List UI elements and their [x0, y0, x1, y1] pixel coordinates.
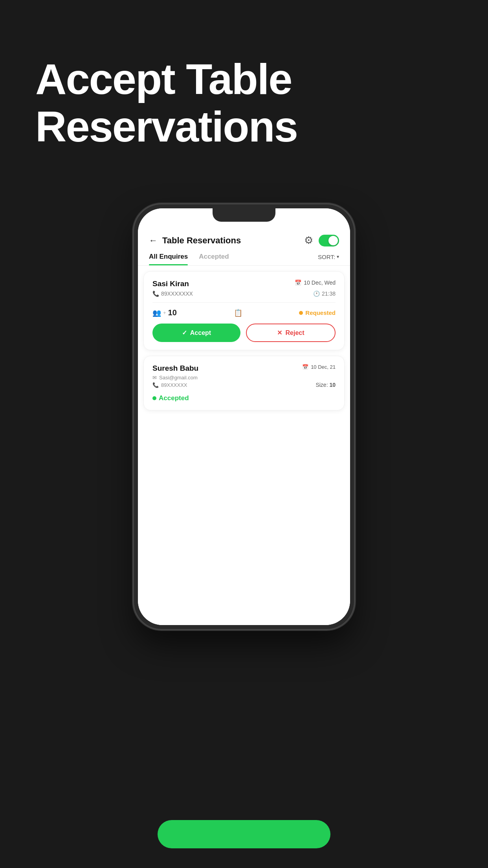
tab-all-enquires[interactable]: All Enquires [149, 253, 188, 265]
accept-button[interactable]: ✓ Accept [152, 324, 240, 342]
note-icon-1: 📋 [234, 309, 242, 317]
gear-icon[interactable]: ⚙ [304, 234, 313, 246]
time-info-1: 🕐 21:38 [313, 291, 336, 297]
guests-icon-1: 👥 [152, 309, 161, 317]
sort-button[interactable]: SORT: ▾ [318, 254, 339, 265]
back-button[interactable]: ← [149, 235, 158, 246]
status-dot-2 [152, 396, 156, 400]
email-icon-2: ✉ [152, 375, 157, 381]
phone-icon-1: 📞 [152, 291, 159, 297]
reject-button[interactable]: ✕ Reject [246, 324, 336, 342]
tab-accepted[interactable]: Accepted [199, 253, 229, 265]
cards-container: Sasi Kiran 📅 10 Dec, Wed 📞 89XXXXXXX 🕐 [138, 266, 350, 608]
check-icon: ✓ [182, 329, 187, 337]
phone-screen: ← Table Reservations ⚙ All Enquires Acce… [138, 208, 350, 625]
enable-toggle[interactable] [319, 235, 339, 246]
size-info-2: Size: 10 [302, 382, 336, 388]
status-text-1: Requested [305, 309, 336, 316]
phone-icon-2: 📞 [152, 382, 159, 388]
status-badge-2: Accepted [152, 394, 336, 402]
reservation-card-2: Suresh Babu ✉ Sasi@gmail.com 📞 89XXXXXX [143, 356, 345, 410]
notch [213, 208, 275, 222]
calendar-icon-1: 📅 [295, 280, 301, 286]
customer-name-2: Suresh Babu [152, 364, 198, 373]
phone-info-1: 📞 89XXXXXXX [152, 291, 193, 297]
hero-heading: Accept Table Reservations [35, 55, 453, 150]
phone-info-2: 📞 89XXXXXX [152, 382, 198, 388]
calendar-icon-2: 📅 [302, 364, 308, 370]
guests-info-1: 👥 + 10 [152, 308, 177, 317]
bottom-bar [138, 598, 350, 625]
date-info-1: 📅 10 Dec, Wed [295, 280, 336, 286]
clock-icon-1: 🕐 [313, 291, 320, 297]
date-info-2: 📅 10 Dec, 21 [302, 364, 336, 370]
x-icon: ✕ [277, 329, 282, 337]
green-bottom-bar[interactable] [158, 820, 330, 848]
action-row-1: ✓ Accept ✕ Reject [152, 324, 336, 342]
reservation-card-1: Sasi Kiran 📅 10 Dec, Wed 📞 89XXXXXXX 🕐 [143, 271, 345, 350]
status-dot-1 [299, 311, 303, 315]
status-text-2: Accepted [159, 394, 189, 402]
card-footer-1: 👥 + 10 📋 Requested [152, 308, 336, 317]
customer-name-1: Sasi Kiran [152, 280, 189, 288]
email-info-2: ✉ Sasi@gmail.com [152, 375, 198, 381]
card2-top: Suresh Babu ✉ Sasi@gmail.com 📞 89XXXXXX [152, 364, 336, 388]
toggle-knob [328, 236, 338, 245]
header-title: Table Reservations [162, 235, 304, 246]
status-badge-1: Requested [299, 309, 336, 316]
screen-content: ← Table Reservations ⚙ All Enquires Acce… [138, 208, 350, 625]
tabs-bar: All Enquires Accepted SORT: ▾ [138, 253, 350, 266]
app-header: ← Table Reservations ⚙ [138, 228, 350, 253]
phone-frame: ← Table Reservations ⚙ All Enquires Acce… [134, 204, 354, 629]
chevron-down-icon: ▾ [337, 254, 339, 259]
